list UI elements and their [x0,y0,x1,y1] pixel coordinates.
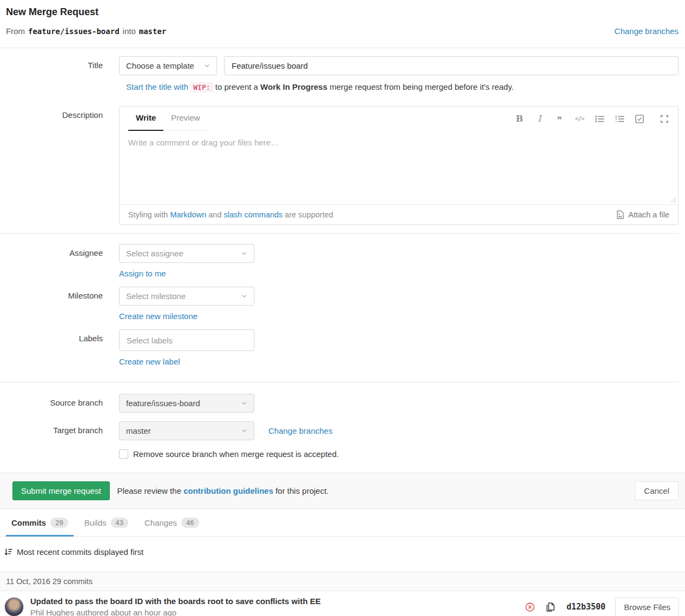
chevron-down-icon [241,250,247,256]
source-branch-label: Source branch [0,394,103,407]
bold-icon[interactable]: B [515,114,524,124]
quote-icon[interactable]: ❞ [555,114,564,124]
commits-sort-note: Most recent commits displayed first [0,537,685,565]
commits-date-header: 11 Oct, 2016 29 commits [0,572,685,591]
assign-to-me-link[interactable]: Assign to me [119,269,166,278]
ci-status-failed-icon[interactable] [525,602,535,612]
merge-request-form: Title Choose a template Start the title … [0,56,685,459]
bullet-list-icon[interactable] [595,114,604,124]
page-title: New Merge Request [6,6,679,18]
milestone-label: Milestone [0,287,103,300]
commit-row: Updated to pass the board ID with the bo… [0,591,685,616]
chevron-down-icon [241,293,247,299]
chevron-down-icon [241,428,247,434]
task-list-icon[interactable] [635,114,644,124]
sort-descending-icon [4,548,12,557]
builds-count-badge: 43 [111,518,128,528]
description-placeholder: Write a comment or drag your files here… [128,138,279,147]
numbered-list-icon[interactable] [615,114,624,124]
tab-commits[interactable]: Commits 29 [6,509,74,536]
markdown-link[interactable]: Markdown [170,210,206,219]
source-branch-row: Source branch feature/issues-board [0,394,679,413]
title-input[interactable] [224,56,679,75]
commit-title[interactable]: Updated to pass the board ID with the bo… [30,597,321,606]
form-actions: Submit merge request Please review the c… [0,473,685,509]
review-note: Please review the contribution guideline… [117,486,329,495]
create-new-label-link[interactable]: Create new label [119,357,180,366]
markdown-toolbar: B I ❞ </> [504,107,678,131]
merge-request-from-line: From feature/issues-board into master Ch… [6,27,679,36]
code-icon[interactable]: </> [575,114,584,124]
avatar[interactable] [4,597,24,616]
commit-meta: Phil Hughes authored about an hour ago [30,608,321,616]
title-row: Title Choose a template Start the title … [0,56,679,91]
preview-tab[interactable]: Preview [163,107,207,130]
labels-label: Labels [0,329,103,343]
title-label: Title [0,56,103,70]
submit-merge-request-button[interactable]: Submit merge request [12,481,110,500]
merge-request-tabs: Commits 29 Builds 43 Changes 46 [0,509,685,537]
commit-sha[interactable]: d12b3500 [567,602,605,612]
assignee-dropdown[interactable]: Select assignee [119,244,254,263]
change-branches-link-bottom[interactable]: Change branches [268,426,332,435]
remove-source-branch-label: Remove source branch when merge request … [133,449,339,459]
tab-builds[interactable]: Builds 43 [79,509,134,536]
page-header: New Merge Request From feature/issues-bo… [0,0,685,36]
attach-file-button[interactable]: Attach a file [616,210,669,219]
description-label: Description [0,106,103,120]
slash-commands-link[interactable]: slash commands [224,210,283,219]
remove-source-branch-row: Remove source branch when merge request … [119,449,679,459]
browse-files-button[interactable]: Browse Files [615,598,679,616]
wip-hint: Start the title with WIP: to prevent a W… [126,82,679,91]
wip-code: WIP: [190,82,213,92]
assignee-label: Assignee [0,244,103,257]
target-branch-label: Target branch [0,421,103,435]
remove-source-branch-checkbox[interactable] [119,449,128,459]
chevron-down-icon [204,63,210,69]
labels-input[interactable]: Select labels [119,329,254,351]
source-branch-dropdown[interactable]: feature/issues-board [119,394,254,413]
milestone-dropdown[interactable]: Select milestone [119,287,254,306]
change-branches-link-top[interactable]: Change branches [615,27,679,36]
section-divider-2 [0,382,679,382]
write-tab[interactable]: Write [128,107,163,131]
wip-hint-link[interactable]: Start the title with [126,82,188,91]
fullscreen-icon[interactable] [660,114,669,124]
target-branch-name: master [139,27,167,36]
markdown-editor: Write Preview B I ❞ </> [119,106,679,225]
cancel-button[interactable]: Cancel [635,481,679,500]
create-new-milestone-link[interactable]: Create new milestone [119,312,197,321]
chevron-down-icon [241,400,247,406]
changes-count-badge: 46 [181,518,199,528]
tab-changes[interactable]: Changes 46 [139,509,205,536]
section-divider-1 [0,233,679,234]
assignee-row: Assignee Select assignee Assign to me [0,244,679,278]
target-branch-dropdown[interactable]: master [119,421,254,440]
target-branch-row: Target branch master Change branches Rem… [0,421,679,459]
markdown-footer: Styling with Markdown and slash commands… [120,204,678,224]
copy-sha-icon[interactable] [546,602,555,612]
contribution-guidelines-link[interactable]: contribution guidelines [183,486,273,495]
description-textarea[interactable]: Write a comment or drag your files here… [120,131,678,204]
attach-file-icon [616,210,624,219]
header-divider [0,48,685,48]
choose-template-dropdown[interactable]: Choose a template [119,56,217,75]
description-row: Description Write Preview B I ❞ </> [0,106,679,225]
source-branch-name: feature/issues-board [28,27,120,36]
from-label: From [6,27,25,36]
commits-count-badge: 29 [50,518,68,528]
milestone-row: Milestone Select milestone Create new mi… [0,287,679,321]
labels-row: Labels Select labels Create new label [0,329,679,366]
resize-grip[interactable] [670,197,676,203]
italic-icon[interactable]: I [535,114,544,124]
into-label: into [123,27,136,36]
